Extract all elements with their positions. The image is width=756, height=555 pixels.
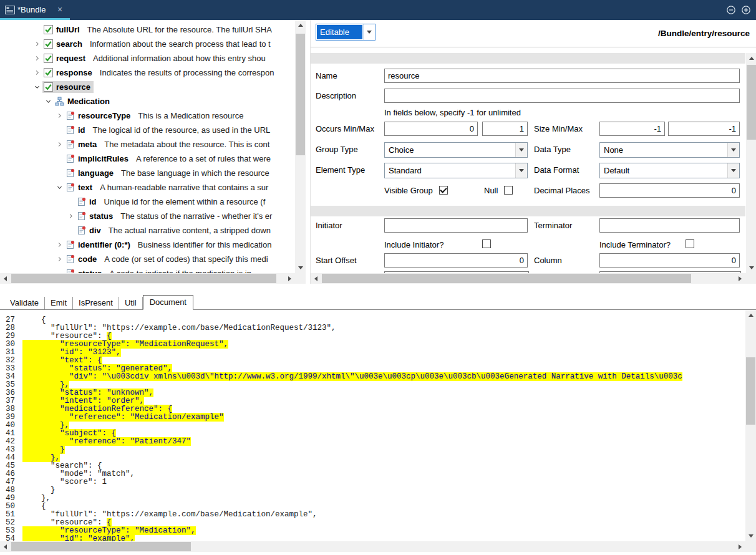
chevron-right-icon[interactable] xyxy=(54,141,65,148)
terminator-input[interactable] xyxy=(599,218,740,233)
scroll-right-button[interactable] xyxy=(735,541,745,552)
data-type-dropdown[interactable]: None xyxy=(599,142,740,158)
scrollbar-thumb[interactable] xyxy=(746,357,755,425)
description-input[interactable] xyxy=(384,89,740,103)
scrollbar-thumb[interactable] xyxy=(747,65,756,140)
tree-item-implicitrules[interactable]: implicitRulesA reference to a set of rul… xyxy=(0,152,295,166)
tree-item-search[interactable]: searchInformation about the search proce… xyxy=(0,37,295,51)
chevron-down-icon[interactable] xyxy=(54,184,65,191)
data-format-arrow-icon[interactable] xyxy=(727,163,739,178)
tab-ispresent[interactable]: IsPresent xyxy=(73,297,119,309)
editable-dropdown[interactable]: Editable xyxy=(316,24,376,41)
tree-item-response[interactable]: responseIndicates the results of process… xyxy=(0,65,295,80)
null-label: Null xyxy=(484,186,498,195)
scroll-right-button[interactable] xyxy=(284,273,295,284)
initiator-input[interactable] xyxy=(384,218,528,233)
visible-group-checkbox[interactable] xyxy=(439,186,448,195)
null-checkbox[interactable] xyxy=(504,186,513,195)
chevron-right-icon[interactable] xyxy=(54,241,65,248)
name-input[interactable] xyxy=(384,69,740,83)
include-initiator-checkbox[interactable] xyxy=(482,239,491,248)
size-min-input[interactable] xyxy=(599,122,665,136)
scrollbar-thumb[interactable] xyxy=(322,274,691,283)
tab-util[interactable]: Util xyxy=(119,297,143,309)
editable-dropdown-arrow-icon[interactable] xyxy=(363,24,375,40)
document-panel: 27 {28 "fullUrl": "https://example.com/b… xyxy=(0,310,756,555)
include-terminator-checkbox[interactable] xyxy=(686,239,694,248)
horizontal-splitter[interactable] xyxy=(0,284,756,296)
document-view[interactable]: 27 {28 "fullUrl": "https://example.com/b… xyxy=(0,310,745,541)
tab-document[interactable]: Document xyxy=(143,295,193,310)
properties-vertical-scrollbar[interactable] xyxy=(746,53,756,273)
tab-close-icon[interactable]: × xyxy=(57,4,62,14)
chevron-down-icon[interactable] xyxy=(42,98,54,105)
chevron-right-icon[interactable] xyxy=(31,69,42,76)
tab-emit[interactable]: Emit xyxy=(45,297,73,309)
scrollbar-thumb[interactable] xyxy=(11,274,276,283)
tree-item-resource[interactable]: resource xyxy=(0,80,295,94)
tree-item-id[interactable]: idUnique id for the element within a res… xyxy=(0,195,295,209)
collapse-all-icon[interactable] xyxy=(726,5,736,15)
properties-horizontal-scrollbar[interactable] xyxy=(311,273,745,284)
tree-item-desc: A code (or set of codes) that specify th… xyxy=(104,254,268,264)
occurs-min-input[interactable] xyxy=(384,122,478,136)
tree-item-status[interactable]: statusThe status of the narrative - whet… xyxy=(0,209,295,223)
app-window: *Bundle × fullUrlThe Absolute URL for th… xyxy=(0,0,756,555)
scroll-left-button[interactable] xyxy=(0,541,11,552)
scroll-left-button[interactable] xyxy=(311,273,321,284)
tree-item-desc: The base language in which the resource xyxy=(121,168,269,178)
data-format-dropdown[interactable]: Default xyxy=(599,163,740,178)
document-horizontal-scrollbar[interactable] xyxy=(0,541,745,552)
group-type-arrow-icon[interactable] xyxy=(515,143,527,157)
scroll-down-button[interactable] xyxy=(746,263,756,273)
chevron-right-icon[interactable] xyxy=(31,41,42,47)
document-tab-title[interactable]: *Bundle xyxy=(17,5,46,14)
chevron-down-icon[interactable] xyxy=(31,84,42,90)
editable-dropdown-value: Editable xyxy=(317,25,362,39)
scroll-up-button[interactable] xyxy=(746,53,756,64)
tree-item-language[interactable]: languageThe base language in which the r… xyxy=(0,166,295,180)
vertical-splitter[interactable] xyxy=(306,20,310,284)
tree-horizontal-scrollbar[interactable] xyxy=(0,273,295,284)
scroll-down-button[interactable] xyxy=(295,263,306,273)
tree-item-text[interactable]: textA human-readable narrative that cont… xyxy=(0,180,295,195)
tree-item-status[interactable]: statusA code to indicate if the medicati… xyxy=(0,266,295,273)
chevron-right-icon[interactable] xyxy=(54,112,65,119)
group-type-value: Choice xyxy=(385,143,515,157)
start-offset-input[interactable] xyxy=(384,253,528,268)
tree-item-div[interactable]: divThe actual narrative content, a strip… xyxy=(0,223,295,238)
tree-item-id[interactable]: idThe logical id of the resource, as use… xyxy=(0,123,295,137)
occurs-max-input[interactable] xyxy=(482,122,528,136)
group-type-dropdown[interactable]: Choice xyxy=(384,142,528,158)
tree-item-name: resource xyxy=(56,82,90,92)
tree-item-resourcetype[interactable]: resourceTypeThis is a Medication resourc… xyxy=(0,109,295,123)
decimal-places-input[interactable] xyxy=(599,183,740,198)
tree-item-medication[interactable]: Medication xyxy=(0,94,295,109)
scrollbar-thumb[interactable] xyxy=(296,34,305,155)
tree-item-code[interactable]: codeA code (or set of codes) that specif… xyxy=(0,252,295,266)
scroll-left-button[interactable] xyxy=(0,273,11,284)
chevron-right-icon[interactable] xyxy=(31,55,42,62)
chevron-right-icon[interactable] xyxy=(65,213,76,220)
element-type-arrow-icon[interactable] xyxy=(515,163,527,178)
data-type-arrow-icon[interactable] xyxy=(727,143,739,157)
tab-validate[interactable]: Validate xyxy=(4,297,45,309)
tree-item-identifier-0[interactable]: identifier (0:*)Business identifier for … xyxy=(0,238,295,252)
scroll-up-button[interactable] xyxy=(745,310,756,321)
tree-item-desc: The logical id of the resource, as used … xyxy=(93,125,271,135)
tree-item-request[interactable]: requestAdditional information about how … xyxy=(0,51,295,65)
element-type-dropdown[interactable]: Standard xyxy=(384,163,528,178)
expand-all-icon[interactable] xyxy=(741,5,751,15)
tree-vertical-scrollbar[interactable] xyxy=(295,20,306,273)
scrollbar-thumb[interactable] xyxy=(11,542,191,551)
scroll-down-button[interactable] xyxy=(745,531,756,541)
column-input[interactable] xyxy=(599,253,740,268)
tree-item-fullurl[interactable]: fullUrlThe Absolute URL for the resource… xyxy=(0,22,295,37)
document-vertical-scrollbar[interactable] xyxy=(745,310,756,541)
chevron-right-icon[interactable] xyxy=(54,256,65,263)
scroll-right-button[interactable] xyxy=(735,273,745,284)
size-max-input[interactable] xyxy=(668,122,740,136)
scroll-up-button[interactable] xyxy=(295,20,306,31)
tree-item-meta[interactable]: metaThe metadata about the resource. Thi… xyxy=(0,137,295,152)
tree-item-name: resourceType xyxy=(78,111,130,120)
